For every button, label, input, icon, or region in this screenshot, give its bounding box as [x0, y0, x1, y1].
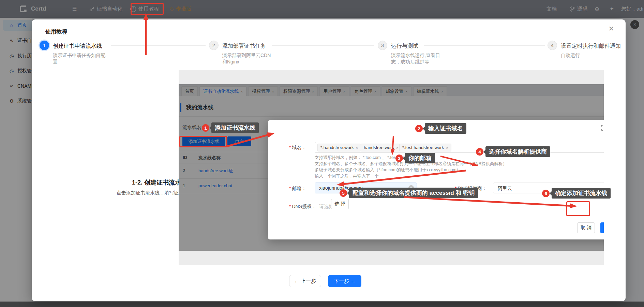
add-pipeline-dialog: ✕ *域名： *.handsfree.work× handsfree.work×… — [268, 120, 604, 239]
step-connector — [424, 45, 545, 46]
demo-top-strip — [179, 70, 604, 84]
annotation-badge-1: 1 — [202, 124, 209, 132]
confirm-button[interactable]: 确 定 — [600, 222, 604, 233]
step-3-desc: 演示流水线运行,查看日志，成功后跳过等 — [391, 52, 444, 65]
app-root: Certd ☰ 证书自动化 ? 使用教程 ◇ 专业版 文档 源码 ⊕ ✦ 您好，… — [0, 0, 644, 307]
domain-tag: *.handsfree.work× — [317, 144, 361, 151]
dns-provider-value: 阿里云 — [498, 186, 512, 192]
modal-title: 使用教程 — [45, 28, 67, 35]
domain-help-line: 多级子域名要分成多个域名输入（*.foo.com的证书不能用于xxx.yyy.f… — [315, 167, 461, 173]
demo-screenshot: 首页 证书自动化流水线× 授权管理× 权限资源管理× 用户管理× 角色管理× 邮… — [179, 70, 604, 265]
domain-tag: handsfree.work× — [361, 144, 401, 151]
step-2-desc: 演示部署到阿里云CDN和Nginx — [222, 52, 275, 65]
prev-step-button[interactable]: ← 上一步 — [289, 275, 321, 287]
annotation-tip-5: 配置和选择你的域名提供商的 accessid 和 密钥 — [349, 188, 478, 198]
modal-close-icon[interactable]: ✕ — [606, 24, 616, 34]
tag-close-icon[interactable]: × — [396, 146, 398, 150]
annotation-tip-6: 确定添加证书流水线 — [552, 188, 611, 199]
step-4-desc: 自动运行 — [561, 52, 614, 59]
tag-close-icon[interactable]: × — [446, 146, 448, 150]
email-label: *邮箱： — [289, 186, 306, 192]
tag-close-icon[interactable]: × — [356, 146, 358, 150]
fullscreen-icon[interactable] — [601, 125, 604, 131]
step-3-title: 运行与测试 — [391, 43, 418, 50]
annotation-tip-3: 你的邮箱 — [405, 153, 435, 163]
step-4-circle: 4 — [548, 41, 557, 50]
annotation-badge-5: 5 — [340, 189, 347, 197]
step-1-circle: 1 — [40, 41, 49, 50]
step-1-title: 创建证书申请流水线 — [53, 43, 102, 50]
cancel-button[interactable]: 取 消 — [577, 222, 595, 233]
annotation-badge-4: 4 — [476, 148, 483, 156]
annotation-tip-4: 选择你域名解析提供商 — [485, 146, 550, 157]
tutorial-modal: 使用教程 ✕ 1 创建证书申请流水线 演示证书申请任务如何配置 2 添加部署证书… — [32, 19, 626, 301]
domain-help-line: 输入一个回车之后，再输入下一个 — [315, 173, 379, 179]
next-step-button[interactable]: 下一步 → — [328, 275, 361, 287]
annotation-badge-2: 2 — [415, 125, 423, 132]
domain-label: *域名： — [289, 145, 306, 151]
step-2-circle: 2 — [209, 41, 219, 50]
step-connector — [111, 45, 206, 46]
dns-auth-label: *DNS授权： — [289, 204, 316, 210]
annotation-badge-3: 3 — [395, 155, 403, 162]
domain-tag: *.test.handsfree.work× — [399, 144, 451, 151]
demo-bottom-strip — [179, 251, 604, 265]
annotation-tip-2: 输入证书域名 — [425, 123, 466, 134]
step-1-desc: 演示证书申请任务如何配置 — [53, 52, 106, 65]
dns-auth-choose-button[interactable]: 选 择 — [331, 199, 349, 209]
step-connector — [272, 45, 374, 46]
annotation-tip-1: 添加证书流水线 — [211, 122, 259, 133]
step-3-circle: 3 — [378, 41, 387, 50]
step-4-title: 设置定时执行和邮件通知 — [561, 43, 621, 50]
step-2-title: 添加部署证书任务 — [222, 43, 266, 50]
annotation-badge-6: 6 — [542, 190, 550, 197]
